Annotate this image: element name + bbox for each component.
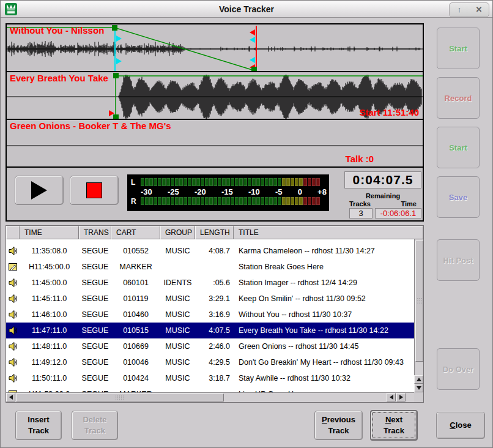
- save-button-3[interactable]: Save: [437, 176, 480, 218]
- cell-group: MUSIC: [160, 247, 195, 255]
- cell-group: IDENTS: [160, 278, 195, 287]
- cell-title: Keep On Smilin' -- rdhost 11/30 09:52: [234, 294, 415, 303]
- cell-time: 11:49:12.0: [20, 358, 79, 367]
- cell-group: MUSIC: [160, 374, 195, 383]
- track-1-waveform[interactable]: Without You - Nilsson: [7, 24, 423, 72]
- log-row[interactable]: 11:35:08.0SEGUE010552MUSIC4:08.7Karma Ch…: [6, 243, 415, 259]
- hit-post-button-4[interactable]: Hit Post: [437, 239, 480, 281]
- row-icon-cell: [6, 244, 20, 258]
- speaker-icon: [8, 310, 18, 319]
- log-row[interactable]: 11:45:00.0SEGUE060101IDENTS:05.6Station …: [6, 275, 415, 291]
- vertical-scrollbar-thumb[interactable]: [415, 241, 423, 362]
- horizontal-scrollbar[interactable]: [6, 392, 415, 402]
- speaker-icon: [8, 278, 18, 288]
- cell-cart: 010424: [111, 374, 160, 383]
- cell-trans: SEGUE: [79, 342, 111, 351]
- do-over-button-5[interactable]: Do Over: [437, 348, 480, 390]
- cell-cart: 010460: [111, 310, 160, 319]
- row-icon-cell: [6, 276, 20, 289]
- tracks-remaining-value: 3: [349, 208, 373, 218]
- cell-length: 3:29.1: [195, 294, 234, 303]
- meter-left-label: L: [131, 178, 141, 187]
- cell-length: 3:18.7: [195, 374, 234, 383]
- track-2-start-time: Start 11:51:40: [359, 107, 419, 118]
- record-button-1[interactable]: Record: [437, 77, 480, 119]
- row-icon-cell: [6, 292, 20, 305]
- scroll-right-button[interactable]: [396, 393, 406, 401]
- talk-counter: Talk :0: [346, 154, 374, 164]
- play-icon: [31, 181, 47, 200]
- play-button[interactable]: [15, 176, 64, 205]
- time-remaining-value: -0:06:06.1: [375, 208, 421, 218]
- log-row[interactable]: 11:49:12.0SEGUE010046MUSIC4:29.5Don't Go…: [6, 354, 415, 370]
- cell-group: MUSIC: [160, 294, 195, 303]
- row-icon-cell: [6, 356, 20, 369]
- header-icon: [6, 226, 20, 239]
- meter-right-label: R: [131, 197, 141, 206]
- log-row[interactable]: 11:46:10.0SEGUE010460MUSIC3:16.9Without …: [6, 307, 415, 323]
- cell-time: 11:47:11.0: [20, 326, 79, 335]
- speaker-icon: [8, 326, 18, 335]
- header-length: LENGTH: [195, 226, 234, 239]
- log-row[interactable]: 11:48:11.0SEGUE010669MUSIC2:46.0Green On…: [6, 338, 415, 354]
- header-title: TITLE: [234, 226, 423, 239]
- cell-group: MUSIC: [160, 326, 195, 335]
- cell-trans: SEGUE: [79, 294, 111, 303]
- vertical-scrollbar[interactable]: [414, 239, 423, 394]
- scroll-up-button[interactable]: [414, 375, 423, 384]
- close-window-button[interactable]: ✕: [470, 4, 488, 16]
- maximize-button[interactable]: ↑: [450, 4, 469, 16]
- cell-title: Don't Go Breakin' My Heart -- rdhost 11/…: [234, 358, 415, 367]
- cell-time: 11:46:10.0: [20, 310, 79, 319]
- scroll-left-button[interactable]: [6, 393, 15, 401]
- close-button[interactable]: Close: [436, 412, 485, 439]
- log-row[interactable]: 11:45:11.0SEGUE010119MUSIC3:29.1Keep On …: [6, 291, 415, 307]
- track-3-title: Green Onions - Booker T & The MG's: [10, 121, 171, 131]
- elapsed-time-display: 0:04:07.5: [344, 171, 421, 189]
- cell-time: H11:45:00.0: [20, 263, 79, 271]
- log-table: TIMETRANSCARTGROUPLENGTHTITLE 11:35:08.0…: [6, 225, 424, 403]
- waveform-panel: Without You - Nilsson Every Breath You T…: [6, 23, 424, 222]
- cell-title: Stay Awhile -- rdhost 11/30 10:32: [234, 374, 415, 383]
- cell-cart: 010515: [111, 326, 160, 335]
- cell-cart: 010046: [111, 358, 160, 367]
- cell-time: 11:48:11.0: [20, 342, 79, 351]
- log-viewport[interactable]: 11:35:08.0SEGUE010552MUSIC4:08.7Karma Ch…: [6, 239, 415, 394]
- log-row[interactable]: 11:47:11.0SEGUE010515MUSIC4:07.5Every Br…: [6, 323, 415, 338]
- cell-length: 3:16.9: [195, 310, 234, 319]
- stop-button[interactable]: [70, 176, 119, 205]
- cell-trans: SEGUE: [79, 358, 111, 367]
- start-button-0[interactable]: Start: [437, 28, 480, 69]
- time-remaining-label: Time: [401, 200, 417, 207]
- cell-length: 2:46.0: [195, 342, 234, 351]
- cell-time: 11:35:08.0: [20, 247, 79, 255]
- insert-track-button[interactable]: InsertTrack: [15, 411, 62, 440]
- row-icon-cell: [6, 324, 20, 337]
- track-3-waveform[interactable]: Green Onions - Booker T & The MG's Talk …: [7, 120, 423, 168]
- cell-trans: SEGUE: [79, 247, 111, 255]
- cell-cart: MARKER: [111, 263, 160, 271]
- titlebar[interactable]: Voice Tracker ↑ ✕: [1, 1, 492, 18]
- previous-track-button[interactable]: PreviousTrack: [314, 411, 363, 440]
- start-button-2[interactable]: Start: [437, 127, 480, 168]
- next-track-button[interactable]: NextTrack: [370, 410, 418, 441]
- cell-length: :05.6: [195, 278, 234, 287]
- log-row[interactable]: 11:50:11.0SEGUE010424MUSIC3:18.7Stay Awh…: [6, 370, 415, 386]
- cell-time: 11:50:11.0: [20, 374, 79, 383]
- cell-trans: SEGUE: [79, 310, 111, 319]
- track-1-title: Without You - Nilsson: [10, 25, 104, 35]
- cell-trans: SEGUE: [79, 326, 111, 335]
- scroll-left-button-2[interactable]: [387, 393, 396, 401]
- tracks-remaining-label: Tracks: [349, 200, 371, 207]
- scroll-down-button[interactable]: [414, 384, 423, 392]
- log-row[interactable]: H11:45:00.0SEGUEMARKERStation Break Goes…: [6, 259, 415, 275]
- header-trans: TRANS: [79, 226, 111, 239]
- cell-trans: SEGUE: [79, 263, 111, 271]
- cell-title: Station Imager -- rdhost 12/4 14:29: [234, 278, 415, 287]
- horizontal-scrollbar-thumb[interactable]: [16, 394, 224, 401]
- delete-track-button[interactable]: DeleteTrack: [72, 411, 118, 440]
- cell-length: 4:08.7: [195, 247, 234, 255]
- cell-length: 4:07.5: [195, 326, 234, 335]
- track-2-waveform[interactable]: Every Breath You Take Start 11:51:40: [7, 72, 423, 120]
- cell-group: MUSIC: [160, 342, 195, 351]
